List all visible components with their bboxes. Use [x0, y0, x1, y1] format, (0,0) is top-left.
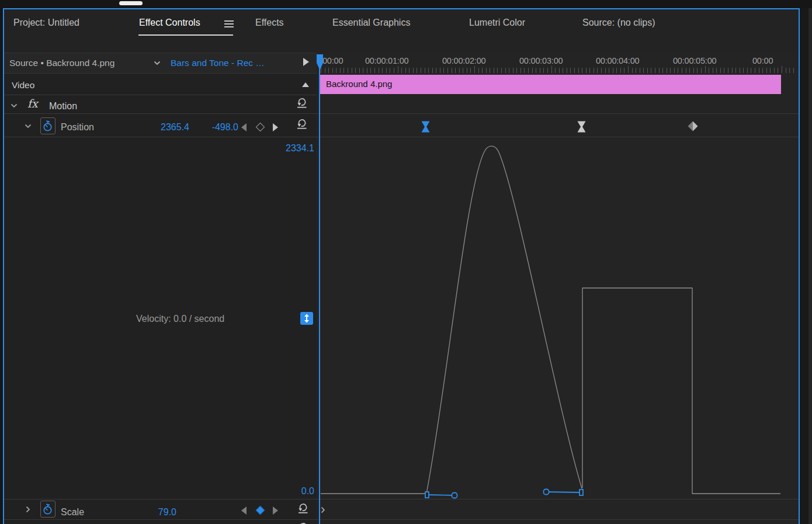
stopwatch-icon [42, 502, 54, 516]
motion-effect-label[interactable]: Motion [49, 101, 77, 112]
adjacent-panel-edge [808, 8, 812, 524]
playhead-line[interactable] [319, 54, 320, 524]
position-label: Position [61, 122, 94, 133]
bezier-handles[interactable] [425, 490, 583, 498]
reset-position-button[interactable] [296, 117, 308, 130]
divider [3, 499, 799, 499]
divider [3, 95, 317, 95]
reset-scale-button[interactable] [297, 502, 310, 515]
motion-expand-chevron-icon[interactable] [11, 103, 18, 108]
graph-max-value: 2334.1 [262, 143, 314, 154]
keyframe-hourglass[interactable] [577, 121, 587, 135]
preset-dropdown-value[interactable]: Bars and Tone - Rec … [171, 58, 265, 68]
velocity-readout: Velocity: 0.0 / second [136, 314, 224, 324]
clip-bar[interactable]: Backround 4.png [320, 75, 781, 94]
reset-motion-button[interactable] [296, 96, 308, 109]
scale-value[interactable]: 79.0 [140, 507, 176, 518]
keyframe-hourglass-selected[interactable] [421, 121, 431, 135]
tab-effects[interactable]: Effects [255, 18, 284, 28]
scale-expand-chevron-icon[interactable] [26, 506, 30, 513]
reset-button-clipped[interactable] [297, 521, 310, 524]
preset-dropdown-chevron-icon[interactable] [154, 61, 161, 65]
video-section-header[interactable]: Video [12, 80, 34, 91]
divider [3, 519, 799, 520]
previous-keyframe-button[interactable] [241, 506, 247, 515]
tab-effect-controls[interactable]: Effect Controls [139, 18, 200, 28]
scale-label: Scale [61, 507, 84, 518]
scale-track-chevron-icon[interactable] [321, 506, 325, 513]
tab-project[interactable]: Project: Untitled [13, 18, 79, 28]
position-value-graph[interactable] [318, 53, 799, 524]
panel-drag-grabber[interactable] [119, 1, 143, 5]
position-x-value[interactable]: 2365.4 [140, 122, 189, 133]
divider [3, 113, 799, 114]
tab-essential-graphics[interactable]: Essential Graphics [332, 18, 410, 28]
position-y-value[interactable]: -498.0 [195, 122, 238, 133]
premiere-effect-controls-window: Project: Untitled Effect Controls Effect… [0, 0, 812, 524]
up-down-arrows-icon [303, 314, 311, 323]
tab-source-no-clips[interactable]: Source: (no clips) [582, 18, 655, 28]
active-tab-underline [138, 34, 233, 36]
tab-lumetri-color[interactable]: Lumetri Color [469, 18, 525, 28]
toggle-graph-height-button[interactable] [300, 312, 313, 325]
position-stopwatch-toggle[interactable] [40, 117, 55, 134]
panel-menu-icon[interactable] [224, 20, 234, 27]
keyframe-diamond-split[interactable] [688, 121, 698, 134]
position-value-curve[interactable] [321, 146, 780, 494]
divider [3, 137, 799, 137]
graph-min-value: 0.0 [262, 486, 314, 497]
next-keyframe-button[interactable] [273, 506, 278, 515]
fx-badge-icon[interactable]: fx [27, 97, 38, 110]
position-expand-chevron-icon[interactable] [25, 124, 32, 129]
scale-stopwatch-toggle[interactable] [40, 501, 55, 518]
source-clip-label: Source • Backround 4.png [9, 58, 114, 68]
clip-name: Backround 4.png [326, 79, 392, 89]
play-preset-icon[interactable] [303, 58, 309, 66]
previous-keyframe-button[interactable] [241, 123, 247, 131]
next-keyframe-button[interactable] [273, 123, 278, 131]
stopwatch-icon [42, 119, 54, 133]
collapse-section-icon[interactable] [302, 82, 309, 87]
